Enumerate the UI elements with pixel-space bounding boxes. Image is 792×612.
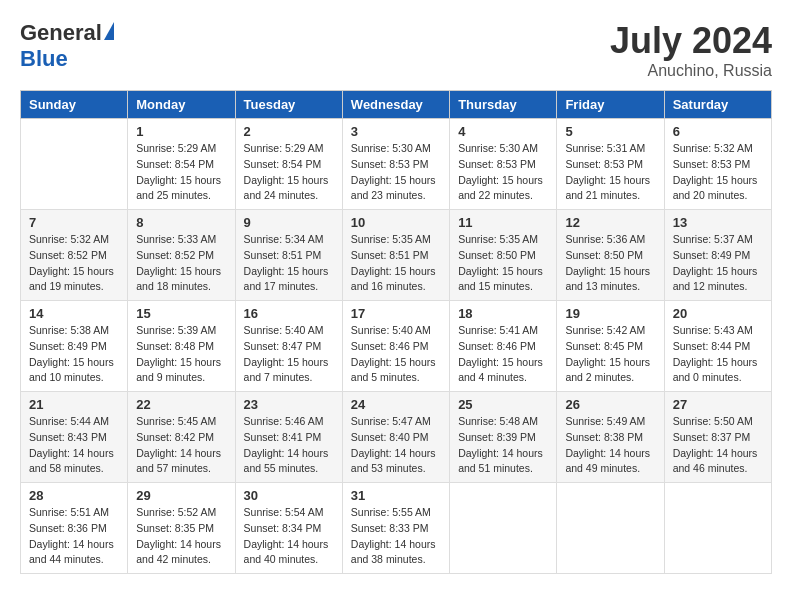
week-row-1: 1Sunrise: 5:29 AM Sunset: 8:54 PM Daylig… bbox=[21, 119, 772, 210]
day-info: Sunrise: 5:52 AM Sunset: 8:35 PM Dayligh… bbox=[136, 505, 226, 568]
calendar-cell: 12Sunrise: 5:36 AM Sunset: 8:50 PM Dayli… bbox=[557, 210, 664, 301]
day-info: Sunrise: 5:30 AM Sunset: 8:53 PM Dayligh… bbox=[458, 141, 548, 204]
day-info: Sunrise: 5:42 AM Sunset: 8:45 PM Dayligh… bbox=[565, 323, 655, 386]
day-number: 3 bbox=[351, 124, 441, 139]
day-number: 31 bbox=[351, 488, 441, 503]
day-info: Sunrise: 5:32 AM Sunset: 8:53 PM Dayligh… bbox=[673, 141, 763, 204]
calendar-cell: 14Sunrise: 5:38 AM Sunset: 8:49 PM Dayli… bbox=[21, 301, 128, 392]
day-info: Sunrise: 5:33 AM Sunset: 8:52 PM Dayligh… bbox=[136, 232, 226, 295]
day-number: 18 bbox=[458, 306, 548, 321]
week-row-4: 21Sunrise: 5:44 AM Sunset: 8:43 PM Dayli… bbox=[21, 392, 772, 483]
calendar-cell: 27Sunrise: 5:50 AM Sunset: 8:37 PM Dayli… bbox=[664, 392, 771, 483]
day-number: 7 bbox=[29, 215, 119, 230]
day-info: Sunrise: 5:46 AM Sunset: 8:41 PM Dayligh… bbox=[244, 414, 334, 477]
day-info: Sunrise: 5:55 AM Sunset: 8:33 PM Dayligh… bbox=[351, 505, 441, 568]
calendar-cell: 7Sunrise: 5:32 AM Sunset: 8:52 PM Daylig… bbox=[21, 210, 128, 301]
week-row-3: 14Sunrise: 5:38 AM Sunset: 8:49 PM Dayli… bbox=[21, 301, 772, 392]
calendar-cell: 30Sunrise: 5:54 AM Sunset: 8:34 PM Dayli… bbox=[235, 483, 342, 574]
day-number: 17 bbox=[351, 306, 441, 321]
calendar-cell: 19Sunrise: 5:42 AM Sunset: 8:45 PM Dayli… bbox=[557, 301, 664, 392]
calendar-cell: 3Sunrise: 5:30 AM Sunset: 8:53 PM Daylig… bbox=[342, 119, 449, 210]
day-info: Sunrise: 5:54 AM Sunset: 8:34 PM Dayligh… bbox=[244, 505, 334, 568]
day-info: Sunrise: 5:37 AM Sunset: 8:49 PM Dayligh… bbox=[673, 232, 763, 295]
col-header-thursday: Thursday bbox=[450, 91, 557, 119]
day-info: Sunrise: 5:36 AM Sunset: 8:50 PM Dayligh… bbox=[565, 232, 655, 295]
calendar-cell: 10Sunrise: 5:35 AM Sunset: 8:51 PM Dayli… bbox=[342, 210, 449, 301]
calendar-cell: 13Sunrise: 5:37 AM Sunset: 8:49 PM Dayli… bbox=[664, 210, 771, 301]
calendar-cell: 23Sunrise: 5:46 AM Sunset: 8:41 PM Dayli… bbox=[235, 392, 342, 483]
day-number: 29 bbox=[136, 488, 226, 503]
calendar-table: SundayMondayTuesdayWednesdayThursdayFrid… bbox=[20, 90, 772, 574]
calendar-cell: 8Sunrise: 5:33 AM Sunset: 8:52 PM Daylig… bbox=[128, 210, 235, 301]
day-info: Sunrise: 5:38 AM Sunset: 8:49 PM Dayligh… bbox=[29, 323, 119, 386]
day-number: 11 bbox=[458, 215, 548, 230]
day-info: Sunrise: 5:29 AM Sunset: 8:54 PM Dayligh… bbox=[244, 141, 334, 204]
col-header-saturday: Saturday bbox=[664, 91, 771, 119]
day-number: 25 bbox=[458, 397, 548, 412]
day-info: Sunrise: 5:50 AM Sunset: 8:37 PM Dayligh… bbox=[673, 414, 763, 477]
day-number: 19 bbox=[565, 306, 655, 321]
day-info: Sunrise: 5:29 AM Sunset: 8:54 PM Dayligh… bbox=[136, 141, 226, 204]
title-section: July 2024 Anuchino, Russia bbox=[610, 20, 772, 80]
day-info: Sunrise: 5:45 AM Sunset: 8:42 PM Dayligh… bbox=[136, 414, 226, 477]
calendar-cell: 6Sunrise: 5:32 AM Sunset: 8:53 PM Daylig… bbox=[664, 119, 771, 210]
day-number: 20 bbox=[673, 306, 763, 321]
calendar-cell: 24Sunrise: 5:47 AM Sunset: 8:40 PM Dayli… bbox=[342, 392, 449, 483]
calendar-cell: 20Sunrise: 5:43 AM Sunset: 8:44 PM Dayli… bbox=[664, 301, 771, 392]
col-header-friday: Friday bbox=[557, 91, 664, 119]
day-info: Sunrise: 5:39 AM Sunset: 8:48 PM Dayligh… bbox=[136, 323, 226, 386]
calendar-cell: 15Sunrise: 5:39 AM Sunset: 8:48 PM Dayli… bbox=[128, 301, 235, 392]
calendar-cell: 18Sunrise: 5:41 AM Sunset: 8:46 PM Dayli… bbox=[450, 301, 557, 392]
day-number: 1 bbox=[136, 124, 226, 139]
location: Anuchino, Russia bbox=[610, 62, 772, 80]
day-info: Sunrise: 5:34 AM Sunset: 8:51 PM Dayligh… bbox=[244, 232, 334, 295]
day-number: 12 bbox=[565, 215, 655, 230]
day-number: 14 bbox=[29, 306, 119, 321]
day-number: 9 bbox=[244, 215, 334, 230]
day-info: Sunrise: 5:47 AM Sunset: 8:40 PM Dayligh… bbox=[351, 414, 441, 477]
calendar-cell: 11Sunrise: 5:35 AM Sunset: 8:50 PM Dayli… bbox=[450, 210, 557, 301]
day-info: Sunrise: 5:35 AM Sunset: 8:51 PM Dayligh… bbox=[351, 232, 441, 295]
logo-triangle-icon bbox=[104, 22, 114, 40]
calendar-cell: 25Sunrise: 5:48 AM Sunset: 8:39 PM Dayli… bbox=[450, 392, 557, 483]
col-header-tuesday: Tuesday bbox=[235, 91, 342, 119]
day-info: Sunrise: 5:30 AM Sunset: 8:53 PM Dayligh… bbox=[351, 141, 441, 204]
day-number: 27 bbox=[673, 397, 763, 412]
day-number: 28 bbox=[29, 488, 119, 503]
day-info: Sunrise: 5:51 AM Sunset: 8:36 PM Dayligh… bbox=[29, 505, 119, 568]
day-info: Sunrise: 5:40 AM Sunset: 8:46 PM Dayligh… bbox=[351, 323, 441, 386]
calendar-cell bbox=[557, 483, 664, 574]
calendar-cell: 22Sunrise: 5:45 AM Sunset: 8:42 PM Dayli… bbox=[128, 392, 235, 483]
day-number: 23 bbox=[244, 397, 334, 412]
calendar-cell: 2Sunrise: 5:29 AM Sunset: 8:54 PM Daylig… bbox=[235, 119, 342, 210]
week-row-5: 28Sunrise: 5:51 AM Sunset: 8:36 PM Dayli… bbox=[21, 483, 772, 574]
day-number: 24 bbox=[351, 397, 441, 412]
day-number: 4 bbox=[458, 124, 548, 139]
day-number: 13 bbox=[673, 215, 763, 230]
day-info: Sunrise: 5:48 AM Sunset: 8:39 PM Dayligh… bbox=[458, 414, 548, 477]
day-number: 26 bbox=[565, 397, 655, 412]
calendar-cell: 21Sunrise: 5:44 AM Sunset: 8:43 PM Dayli… bbox=[21, 392, 128, 483]
day-number: 16 bbox=[244, 306, 334, 321]
col-header-monday: Monday bbox=[128, 91, 235, 119]
calendar-cell: 16Sunrise: 5:40 AM Sunset: 8:47 PM Dayli… bbox=[235, 301, 342, 392]
calendar-cell bbox=[21, 119, 128, 210]
day-number: 10 bbox=[351, 215, 441, 230]
calendar-cell: 1Sunrise: 5:29 AM Sunset: 8:54 PM Daylig… bbox=[128, 119, 235, 210]
day-number: 30 bbox=[244, 488, 334, 503]
day-info: Sunrise: 5:49 AM Sunset: 8:38 PM Dayligh… bbox=[565, 414, 655, 477]
day-number: 6 bbox=[673, 124, 763, 139]
calendar-cell: 9Sunrise: 5:34 AM Sunset: 8:51 PM Daylig… bbox=[235, 210, 342, 301]
day-info: Sunrise: 5:35 AM Sunset: 8:50 PM Dayligh… bbox=[458, 232, 548, 295]
calendar-cell: 31Sunrise: 5:55 AM Sunset: 8:33 PM Dayli… bbox=[342, 483, 449, 574]
calendar-cell: 29Sunrise: 5:52 AM Sunset: 8:35 PM Dayli… bbox=[128, 483, 235, 574]
day-info: Sunrise: 5:40 AM Sunset: 8:47 PM Dayligh… bbox=[244, 323, 334, 386]
month-title: July 2024 bbox=[610, 20, 772, 62]
calendar-cell: 17Sunrise: 5:40 AM Sunset: 8:46 PM Dayli… bbox=[342, 301, 449, 392]
logo-blue-text: Blue bbox=[20, 46, 68, 72]
logo: General Blue bbox=[20, 20, 114, 72]
calendar-cell bbox=[450, 483, 557, 574]
day-number: 15 bbox=[136, 306, 226, 321]
day-info: Sunrise: 5:31 AM Sunset: 8:53 PM Dayligh… bbox=[565, 141, 655, 204]
day-info: Sunrise: 5:44 AM Sunset: 8:43 PM Dayligh… bbox=[29, 414, 119, 477]
